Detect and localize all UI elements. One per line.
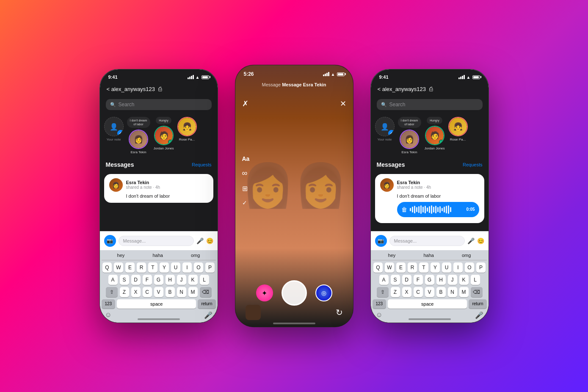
mic-key-left[interactable]: 🎤 <box>204 311 213 319</box>
key-space-left[interactable]: space <box>117 299 196 309</box>
emoji-key-right[interactable]: ☺ <box>376 311 383 319</box>
camera-btn-left[interactable]: 📷 <box>104 235 116 247</box>
key-x-right[interactable]: X <box>402 287 411 297</box>
key-l-right[interactable]: L <box>471 275 480 285</box>
key-shift-right[interactable]: ⇧ <box>377 287 389 297</box>
key-num-right[interactable]: 123 <box>373 299 386 309</box>
key-f-left[interactable]: F <box>143 275 152 285</box>
key-y-right[interactable]: Y <box>431 262 440 273</box>
key-t-right[interactable]: T <box>419 262 428 273</box>
key-a-right[interactable]: A <box>379 275 389 285</box>
quick-haha-right[interactable]: haha <box>423 253 433 258</box>
emoji-btn-left[interactable]: 😊 <box>206 237 213 244</box>
flash-btn[interactable]: ✗ <box>242 99 248 108</box>
key-d-right[interactable]: D <box>402 275 411 285</box>
key-n-right[interactable]: N <box>448 287 457 297</box>
story-add-note[interactable]: 👤 + Your note <box>104 117 124 142</box>
key-x-left[interactable]: X <box>131 287 141 297</box>
filter-blue-btn[interactable]: ◎ <box>315 284 332 301</box>
story-jordan-right[interactable]: Hungry 🧑 Jordan Jones <box>425 117 445 151</box>
text-style-btn[interactable]: Aa <box>242 155 250 162</box>
message-input-right[interactable]: Message... <box>389 236 465 246</box>
key-u-right[interactable]: U <box>442 262 451 273</box>
story-rose[interactable]: 👧 Rose Pa... <box>177 117 197 142</box>
key-e-right[interactable]: E <box>396 262 406 273</box>
key-num-left[interactable]: 123 <box>102 299 116 309</box>
message-card-left[interactable]: 👩 Esra Tekin shared a note · 4h I don't … <box>104 174 213 203</box>
requests-label-right[interactable]: Requests <box>463 162 482 167</box>
key-h-right[interactable]: H <box>436 275 446 285</box>
layout-btn[interactable]: ⊞ <box>242 185 250 193</box>
key-i-left[interactable]: I <box>182 262 192 273</box>
key-k-left[interactable]: K <box>188 275 198 285</box>
key-d-left[interactable]: D <box>131 275 141 285</box>
key-h-left[interactable]: H <box>166 275 175 285</box>
key-f-right[interactable]: F <box>414 275 423 285</box>
edit-icon-left[interactable]: ⎙ <box>158 86 162 92</box>
key-q-left[interactable]: Q <box>102 262 112 273</box>
key-z-right[interactable]: Z <box>391 287 400 297</box>
key-u-left[interactable]: U <box>171 262 180 273</box>
quick-haha-left[interactable]: haha <box>152 253 163 258</box>
story-add-note-right[interactable]: 👤 + Your note <box>375 117 395 142</box>
key-j-right[interactable]: J <box>448 275 457 285</box>
key-g-right[interactable]: G <box>425 275 434 285</box>
emoji-key-left[interactable]: ☺ <box>105 311 112 319</box>
flip-camera-btn[interactable]: ↻ <box>336 307 343 317</box>
quick-hey-right[interactable]: hey <box>388 253 396 258</box>
requests-label-left[interactable]: Requests <box>192 162 211 167</box>
story-esra[interactable]: I don't dream of labor 👩 Esra Tekin <box>127 117 150 155</box>
key-g-left[interactable]: G <box>154 275 163 285</box>
search-input-left[interactable]: 🔍 Search <box>106 99 212 110</box>
key-s-right[interactable]: S <box>391 275 400 285</box>
story-esra-right[interactable]: I don't dream of labor 👩 Esra Tekin <box>398 117 421 155</box>
key-w-left[interactable]: W <box>114 262 123 273</box>
back-button-right[interactable]: < alex_anyways123 <box>378 86 426 92</box>
key-j-left[interactable]: J <box>177 275 186 285</box>
mic-btn-left[interactable]: 🎤 <box>196 237 204 244</box>
key-delete-right[interactable]: ⌫ <box>471 287 483 297</box>
voice-message-right[interactable]: 🗑 <box>397 202 479 217</box>
key-v-right[interactable]: V <box>425 287 434 297</box>
shutter-button[interactable] <box>282 280 307 306</box>
back-button-left[interactable]: < alex_anyways123 <box>107 86 155 92</box>
key-m-right[interactable]: M <box>459 287 469 297</box>
key-m-left[interactable]: M <box>188 287 198 297</box>
key-e-left[interactable]: E <box>125 262 135 273</box>
gallery-thumbnail[interactable] <box>246 305 261 320</box>
key-t-left[interactable]: T <box>148 262 157 273</box>
message-card-right[interactable]: 👩 Esra Tekin shared a note · 4h I don't … <box>375 174 484 223</box>
key-v-left[interactable]: V <box>154 287 163 297</box>
key-n-left[interactable]: N <box>177 287 186 297</box>
key-p-left[interactable]: P <box>205 262 215 273</box>
key-q-right[interactable]: Q <box>373 262 383 273</box>
voice-delete-icon[interactable]: 🗑 <box>401 206 407 213</box>
key-b-left[interactable]: B <box>166 287 175 297</box>
key-space-right[interactable]: space <box>388 299 467 309</box>
key-return-right[interactable]: return <box>469 299 486 309</box>
key-c-right[interactable]: C <box>414 287 423 297</box>
filter-pink-btn[interactable]: ✦ <box>256 284 273 301</box>
key-c-left[interactable]: C <box>143 287 152 297</box>
infinity-btn[interactable]: ∞ <box>242 169 250 178</box>
search-input-right[interactable]: 🔍 Search <box>377 99 483 110</box>
key-i-right[interactable]: I <box>453 262 463 273</box>
message-input-left[interactable]: Message... <box>119 236 194 246</box>
key-b-right[interactable]: B <box>436 287 446 297</box>
story-jordan[interactable]: Hungry 🧑 Jordan Jones <box>154 117 174 151</box>
mic-btn-right[interactable]: 🎤 <box>467 237 475 244</box>
key-shift-left[interactable]: ⇧ <box>106 287 118 297</box>
story-rose-right[interactable]: 👧 Rose Pa... <box>448 117 468 142</box>
quick-hey-left[interactable]: hey <box>117 253 125 258</box>
key-o-left[interactable]: O <box>194 262 203 273</box>
key-w-right[interactable]: W <box>385 262 394 273</box>
key-delete-left[interactable]: ⌫ <box>200 287 212 297</box>
close-btn[interactable]: ✕ <box>340 99 346 108</box>
key-a-left[interactable]: A <box>108 275 118 285</box>
key-y-left[interactable]: Y <box>160 262 169 273</box>
camera-btn-right[interactable]: 📷 <box>375 235 387 247</box>
key-r-left[interactable]: R <box>137 262 146 273</box>
confirm-btn[interactable]: ✓ <box>242 199 250 206</box>
key-l-left[interactable]: L <box>200 275 209 285</box>
mic-key-right[interactable]: 🎤 <box>475 311 483 319</box>
